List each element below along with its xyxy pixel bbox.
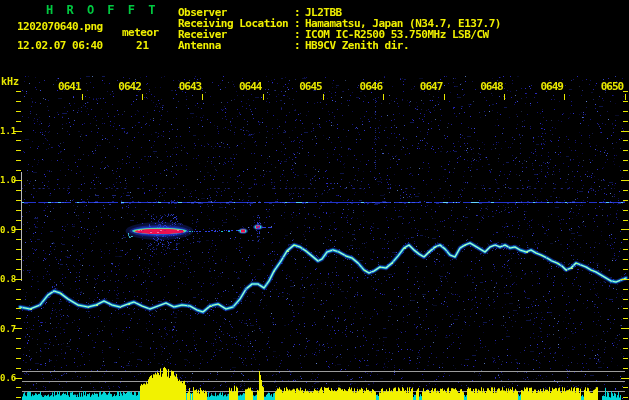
freq-tick-label: 1.0 <box>0 175 14 185</box>
freq-tick-label: 0.6 <box>0 373 14 383</box>
hrofft-output-screen: H R O F F T 1202070640.png meteor 12.02.… <box>0 0 629 400</box>
info-colon: : <box>294 39 301 52</box>
time-tick-label: 0648 <box>474 80 508 93</box>
time-tick-label: 0643 <box>173 80 207 93</box>
time-tick-label: 0642 <box>113 80 147 93</box>
time-tick-label: 0644 <box>233 80 267 93</box>
freq-tick-label: 1.1 <box>0 126 14 136</box>
time-tick-label: 0647 <box>414 80 448 93</box>
time-tick-label: 0649 <box>535 80 569 93</box>
time-tick-label: 0646 <box>354 80 388 93</box>
info-value: HB9CV Zenith dir. <box>305 39 409 52</box>
time-tick-label: 0645 <box>294 80 328 93</box>
spectrogram-canvas <box>0 0 629 400</box>
info-label: Antenna <box>178 39 221 52</box>
freq-axis-unit-label: kHz <box>1 76 19 87</box>
freq-tick-label: 0.7 <box>0 324 14 334</box>
info-row-antenna: Antenna : HB9CV Zenith dir. <box>0 39 629 51</box>
freq-tick-label: 0.8 <box>0 274 14 284</box>
time-tick-label: 0650 <box>595 80 629 93</box>
freq-tick-label: 0.9 <box>0 225 14 235</box>
time-tick-label: 0641 <box>52 80 86 93</box>
